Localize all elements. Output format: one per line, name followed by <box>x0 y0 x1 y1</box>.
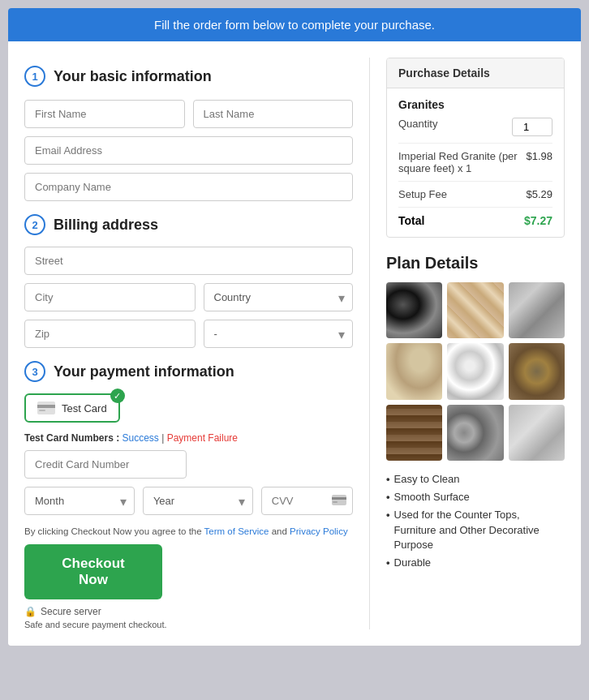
granite-thumb-1 <box>386 282 442 338</box>
last-name-input[interactable] <box>193 100 354 128</box>
section1-title: Your basic information <box>54 68 212 85</box>
right-panel: Purchase Details Granites Quantity Imper… <box>370 58 565 629</box>
svg-rect-2 <box>39 410 45 411</box>
main-content: 1 Your basic information 2 Billing addre… <box>8 41 581 646</box>
left-panel: 1 Your basic information 2 Billing addre… <box>24 58 370 629</box>
setup-price: $5.29 <box>526 188 552 200</box>
granite-thumb-8 <box>447 405 503 461</box>
section1-number: 1 <box>24 66 45 87</box>
plan-details-title: Plan Details <box>386 254 565 273</box>
granite-grid <box>386 282 565 461</box>
svg-rect-5 <box>333 501 337 503</box>
plan-feature-item: Durable <box>386 556 565 570</box>
email-row <box>24 136 353 165</box>
agreement-text: By clicking Checkout Now you agree to th… <box>24 526 353 536</box>
payment-failure-link[interactable]: Payment Failure <box>167 432 238 444</box>
test-card-label: Test Card <box>62 402 107 414</box>
purchase-details-box: Purchase Details Granites Quantity Imper… <box>386 58 565 238</box>
purchase-details-header: Purchase Details <box>387 58 564 88</box>
year-select[interactable]: Year 202420252026 2027202820292030 <box>143 487 253 515</box>
plan-feature-item: Used for the Counter Tops, Furniture and… <box>386 508 565 552</box>
granite-thumb-3 <box>509 282 565 338</box>
total-label: Total <box>398 214 424 227</box>
banner-text: Fill the order form below to complete yo… <box>154 18 435 32</box>
checkout-button[interactable]: Checkout Now <box>24 544 162 599</box>
section2-title: Billing address <box>54 217 158 234</box>
svg-rect-4 <box>332 497 346 500</box>
and-text: and <box>272 526 290 536</box>
granite-thumb-9 <box>509 405 565 461</box>
total-price: $7.27 <box>524 214 552 227</box>
section1-header: 1 Your basic information <box>24 66 353 87</box>
plan-feature-item: Smooth Surface <box>386 490 565 505</box>
email-input[interactable] <box>24 136 353 165</box>
granite-thumb-4 <box>386 343 442 399</box>
state-select[interactable]: - <box>204 320 354 348</box>
lock-icon: 🔒 <box>24 606 37 617</box>
setup-row: Setup Fee $5.29 <box>398 188 552 200</box>
card-options: Test Card ✓ <box>24 393 353 423</box>
item-price: $1.98 <box>526 150 552 162</box>
cvv-card-icon <box>332 495 346 508</box>
setup-label: Setup Fee <box>398 188 526 200</box>
quantity-label: Quantity <box>398 118 512 130</box>
cvv-wrapper <box>261 487 353 515</box>
selected-badge: ✓ <box>110 389 125 403</box>
section3-header: 3 Your payment information <box>24 361 353 382</box>
city-input[interactable] <box>24 283 196 311</box>
test-card-info: Test Card Numbers : Success | Payment Fa… <box>24 432 353 444</box>
granite-thumb-7 <box>386 405 442 461</box>
street-row <box>24 247 353 275</box>
granite-thumb-2 <box>447 282 503 338</box>
card-icon <box>37 402 55 414</box>
total-row: Total $7.27 <box>398 214 552 227</box>
zip-input[interactable] <box>24 320 196 348</box>
cc-number-input[interactable] <box>24 450 187 479</box>
svg-rect-1 <box>37 405 55 408</box>
name-row <box>24 100 353 128</box>
quantity-row: Quantity <box>398 118 552 136</box>
privacy-link[interactable]: Privacy Policy <box>290 526 348 536</box>
state-wrapper: - <box>204 320 354 348</box>
plan-features-list: Easy to CleanSmooth SurfaceUsed for the … <box>386 472 565 570</box>
year-wrapper: Year 202420252026 2027202820292030 <box>143 487 253 515</box>
section2-header: 2 Billing address <box>24 214 353 235</box>
purchase-details-body: Granites Quantity Imperial Red Granite (… <box>387 88 564 237</box>
granites-label: Granites <box>398 98 552 111</box>
test-card-option[interactable]: Test Card ✓ <box>24 393 120 423</box>
company-row <box>24 173 353 201</box>
agreement-prefix: By clicking Checkout Now you agree to th… <box>24 526 204 536</box>
secure-server-row: 🔒 Secure server <box>24 606 353 617</box>
plan-details: Plan Details Easy to CleanSmooth Surface… <box>386 254 565 570</box>
cc-row <box>24 450 353 479</box>
plan-feature-item: Easy to Clean <box>386 472 565 487</box>
section3-title: Your payment information <box>54 363 234 380</box>
payment-row: Month JanuaryFebruaryMarch AprilMayJune … <box>24 487 353 515</box>
city-country-row: Country <box>24 283 353 311</box>
country-wrapper: Country <box>204 283 354 311</box>
secure-label: Secure server <box>41 606 101 617</box>
quantity-input[interactable] <box>512 118 552 136</box>
country-select[interactable]: Country <box>204 283 354 311</box>
top-banner: Fill the order form below to complete yo… <box>8 8 581 41</box>
granite-thumb-5 <box>447 343 503 399</box>
month-wrapper: Month JanuaryFebruaryMarch AprilMayJune … <box>24 487 135 515</box>
secure-sub: Safe and secure payment checkout. <box>24 620 353 629</box>
section3-number: 3 <box>24 361 45 382</box>
test-card-numbers-label: Test Card Numbers : <box>24 432 122 444</box>
tos-link[interactable]: Term of Service <box>204 526 269 536</box>
svg-rect-3 <box>332 495 346 505</box>
month-select[interactable]: Month JanuaryFebruaryMarch AprilMayJune … <box>24 487 135 515</box>
item-row: Imperial Red Granite (per square feet) x… <box>398 150 552 174</box>
granite-thumb-6 <box>509 343 565 399</box>
section2-number: 2 <box>24 214 45 235</box>
first-name-input[interactable] <box>24 100 185 128</box>
company-input[interactable] <box>24 173 353 201</box>
item-label: Imperial Red Granite (per square feet) x… <box>398 150 526 174</box>
zip-state-row: - <box>24 320 353 348</box>
page-wrapper: Fill the order form below to complete yo… <box>8 8 581 646</box>
street-input[interactable] <box>24 247 353 275</box>
success-link[interactable]: Success <box>122 432 158 444</box>
